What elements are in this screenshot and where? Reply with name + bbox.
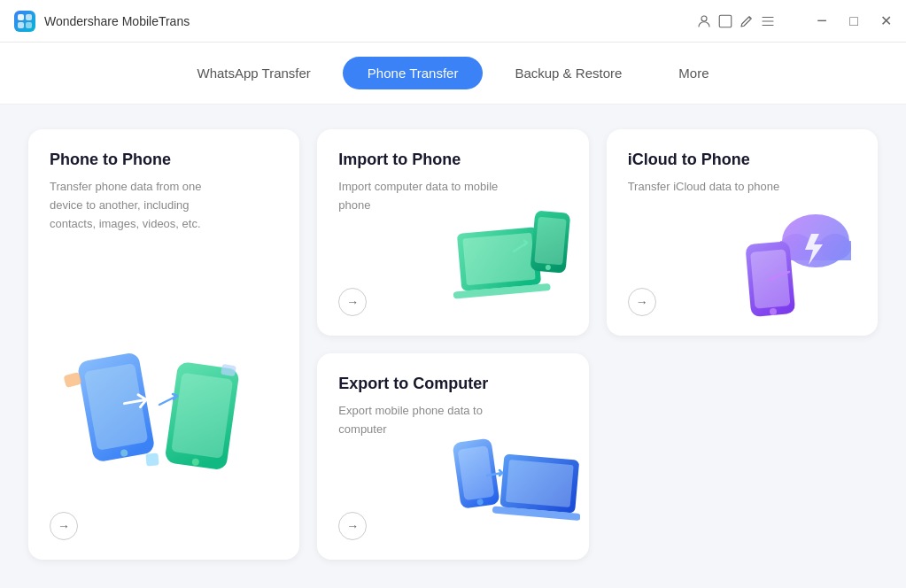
close-button[interactable]: ✕ [879,15,892,27]
titlebar-controls: − □ ✕ [696,13,892,29]
svg-rect-1 [26,14,32,20]
svg-rect-3 [26,22,32,28]
card-import-to-phone[interactable]: Import to Phone Import computer data to … [317,129,588,336]
minimize-button[interactable]: − [816,15,828,27]
card-import-title: Import to Phone [338,151,567,169]
card-icloud-to-phone[interactable]: iCloud to Phone Transfer iCloud data to … [607,129,878,336]
card-export-to-computer[interactable]: Export to Computer Export mobile phone d… [317,353,588,560]
tab-whatsapp-transfer[interactable]: WhatsApp Transfer [172,57,335,89]
svg-rect-5 [719,15,732,27]
svg-rect-12 [64,372,82,388]
tab-more[interactable]: More [654,57,733,89]
card-phone-to-phone-arrow[interactable]: → [50,512,78,540]
icloud-illustration [727,203,869,327]
card-icloud-desc: Transfer iCloud data to phone [628,178,787,197]
card-export-arrow[interactable]: → [338,512,367,540]
titlebar: Wondershare MobileTrans − □ [0,0,906,43]
account-icon[interactable] [696,13,712,29]
titlebar-icon-group [696,13,776,29]
tab-backup-restore[interactable]: Backup & Restore [490,57,647,89]
edit-icon[interactable] [739,13,755,29]
svg-rect-10 [171,373,233,459]
card-export-title: Export to Computer [338,375,567,393]
svg-point-4 [701,16,707,21]
svg-rect-32 [505,460,573,507]
card-phone-to-phone-title: Phone to Phone [50,151,278,169]
app-title: Wondershare MobileTrans [44,14,190,28]
tab-phone-transfer[interactable]: Phone Transfer [343,57,484,89]
import-illustration [438,203,580,327]
card-import-arrow[interactable]: → [338,288,367,316]
maximize-button[interactable]: □ [848,15,860,27]
phone-to-phone-illustration [28,329,299,507]
card-icloud-title: iCloud to Phone [628,151,856,169]
card-icloud-arrow[interactable]: → [628,288,656,316]
svg-rect-19 [534,217,566,266]
window-icon[interactable] [717,13,733,29]
card-phone-to-phone-desc: Transfer phone data from one device to a… [50,178,209,233]
app-logo [14,11,35,32]
export-illustration [438,427,580,551]
titlebar-left: Wondershare MobileTrans [14,11,190,32]
svg-rect-0 [18,14,24,20]
navbar: WhatsApp Transfer Phone Transfer Backup … [0,43,906,104]
svg-rect-14 [146,453,159,466]
card-phone-to-phone[interactable]: Phone to Phone Transfer phone data from … [28,129,299,560]
menu-icon[interactable] [760,13,776,29]
svg-rect-2 [18,22,24,28]
main-content: Phone to Phone Transfer phone data from … [0,104,906,584]
